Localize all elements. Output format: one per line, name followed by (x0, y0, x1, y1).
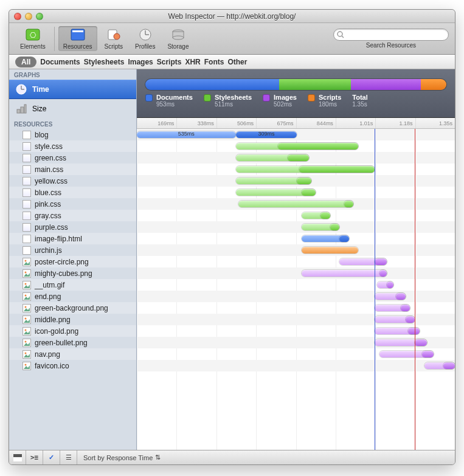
timeline-row (137, 325, 455, 337)
resource-item[interactable]: green-bullet.png (9, 337, 136, 348)
resource-item[interactable]: yellow.css (9, 175, 136, 187)
scope-item-all[interactable]: All (15, 57, 36, 67)
resource-item[interactable]: end.png (9, 291, 136, 302)
resource-item[interactable]: main.css (9, 164, 136, 175)
graph-item-size[interactable]: Size (9, 99, 136, 119)
zoom-icon[interactable] (36, 13, 43, 20)
scope-item-images[interactable]: Images (128, 58, 153, 66)
scope-item-other[interactable]: Other (227, 58, 247, 66)
timeline-row (137, 198, 455, 210)
resource-item[interactable]: favicon.ico (9, 360, 136, 371)
legend-swatch (204, 94, 211, 102)
img-file-icon (23, 292, 31, 301)
search-input[interactable] (333, 29, 449, 41)
timeline-bar[interactable] (302, 270, 386, 277)
toolbar-scripts[interactable]: Scripts (100, 26, 128, 51)
scope-item-xhr[interactable]: XHR (185, 58, 200, 66)
img-file-icon (23, 350, 31, 359)
resource-item[interactable]: green-background.png (9, 302, 136, 314)
list-button[interactable]: ☰ (60, 450, 77, 465)
legend-label: Images (274, 94, 297, 101)
css-file-icon (23, 223, 31, 232)
timeline-bar[interactable] (320, 212, 330, 219)
close-icon[interactable] (14, 13, 21, 20)
resource-item[interactable]: urchin.js (9, 244, 136, 256)
timeline-bar[interactable] (375, 258, 386, 265)
css-file-icon (23, 188, 31, 197)
chevron-updown-icon: ⇅ (155, 454, 161, 461)
timeline-bar[interactable] (379, 270, 387, 277)
timeline-bar[interactable] (302, 247, 358, 254)
summary-panel: Documents953msStylesheets511msImages502m… (137, 69, 455, 118)
resource-list[interactable]: blogstyle.cssgreen.cssmain.cssyellow.css… (9, 129, 136, 450)
toolbar-profiles[interactable]: Profiles (130, 26, 160, 51)
timeline-bar[interactable] (278, 143, 358, 150)
bar-label: 309ms (258, 131, 275, 137)
toolbar-label: Elements (20, 43, 46, 50)
resource-item[interactable]: style.css (9, 140, 136, 152)
timeline-bar[interactable] (299, 166, 375, 173)
timeline-bar[interactable] (415, 339, 426, 346)
console-toggle-button[interactable] (9, 450, 26, 465)
resource-name: blue.css (35, 188, 61, 197)
dom-content-line (375, 129, 375, 450)
timeline-bar[interactable] (297, 178, 311, 184)
timeline[interactable]: 535ms309ms (137, 129, 455, 450)
timeline-bar[interactable] (401, 305, 410, 311)
toolbar-elements[interactable]: ⎔ Elements (15, 26, 50, 51)
timeline-bar[interactable] (443, 362, 455, 369)
scope-bar: AllDocumentsStylesheetsImagesScriptsXHRF… (9, 55, 455, 69)
timeline-bar[interactable]: 309ms (236, 131, 297, 138)
timeline-bar[interactable] (422, 351, 434, 357)
resource-name: nav.png (35, 350, 60, 359)
timeline-bar[interactable] (238, 201, 354, 207)
resource-item[interactable]: purple.css (9, 221, 136, 233)
resource-item[interactable]: __utm.gif (9, 279, 136, 291)
resource-item[interactable]: gray.css (9, 210, 136, 221)
scope-item-documents[interactable]: Documents (40, 58, 80, 66)
img-file-icon (23, 281, 31, 289)
timeline-row (137, 360, 455, 371)
ruler-cell: 1.35s (415, 118, 455, 128)
timeline-bar[interactable] (408, 328, 420, 334)
resource-item[interactable]: mighty-cubes.png (9, 267, 136, 279)
timeline-bar[interactable] (396, 293, 405, 300)
resource-item[interactable]: poster-circle.png (9, 256, 136, 267)
prompt-button[interactable]: >≡ (26, 450, 43, 465)
scope-item-fonts[interactable]: Fonts (204, 58, 224, 66)
resource-item[interactable]: pink.css (9, 198, 136, 210)
segment-scripts (421, 79, 446, 90)
timeline-row (137, 152, 455, 164)
timeline-bar[interactable] (387, 281, 394, 288)
timeline-bar[interactable]: 535ms (137, 131, 236, 138)
img-file-icon (23, 316, 31, 324)
resource-item[interactable]: blog (9, 129, 136, 140)
profiles-icon (137, 27, 154, 42)
graph-item-time[interactable]: Time (9, 80, 136, 99)
resource-item[interactable]: nav.png (9, 348, 136, 360)
minimize-icon[interactable] (25, 13, 32, 20)
ruler-cell: 169ms (137, 118, 176, 128)
toolbar-resources[interactable]: Resources (58, 26, 97, 51)
timeline-bar[interactable] (406, 316, 415, 323)
svg-rect-17 (17, 109, 20, 113)
segment-images (351, 79, 421, 90)
ruler-cell: 338ms (176, 118, 216, 128)
timeline-bar[interactable] (288, 154, 309, 161)
resource-item[interactable]: green.css (9, 152, 136, 164)
timeline-bar[interactable] (339, 235, 348, 242)
scope-item-scripts[interactable]: Scripts (157, 58, 182, 66)
scope-item-stylesheets[interactable]: Stylesheets (84, 58, 125, 66)
sort-dropdown[interactable]: Sort by Response Time ⇅ (77, 454, 167, 461)
resource-item[interactable]: icon-gold.png (9, 325, 136, 337)
resource-item[interactable]: blue.css (9, 187, 136, 198)
legend-value: 502ms (274, 101, 297, 108)
check-button[interactable]: ✓ (43, 450, 60, 465)
timeline-bar[interactable] (344, 201, 353, 207)
toolbar-storage[interactable]: Storage (162, 26, 193, 51)
timeline-bar[interactable] (330, 224, 339, 230)
resource-item[interactable]: image-flip.html (9, 233, 136, 244)
svg-point-48 (25, 364, 27, 365)
resource-item[interactable]: middle.png (9, 314, 136, 325)
timeline-bar[interactable] (302, 189, 316, 196)
